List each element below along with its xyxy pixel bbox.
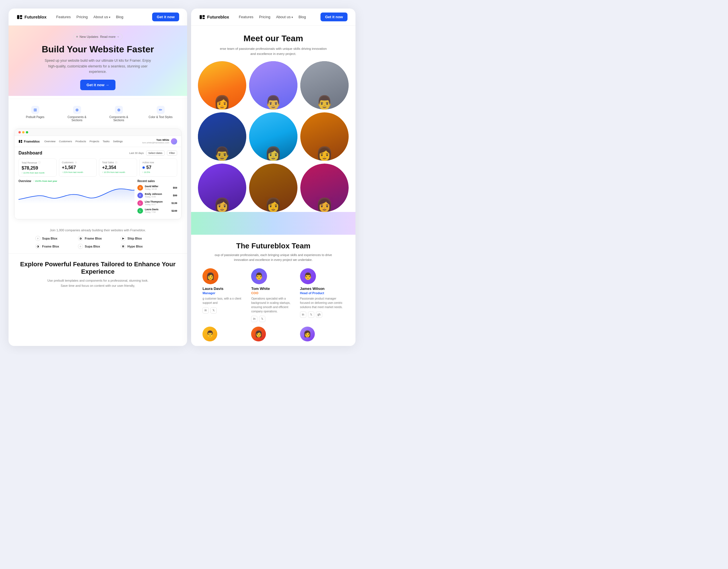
dashboard-titlebar bbox=[15, 129, 181, 136]
stat-active-change: ↑ 10.5% bbox=[142, 171, 174, 173]
member-socials-2: in 𝕏 gh bbox=[300, 312, 344, 318]
right-nav-about[interactable]: About us bbox=[276, 15, 293, 19]
team-section-subtitle: oup of passionate professionals, each br… bbox=[211, 252, 336, 262]
dash-overview[interactable]: Overview bbox=[44, 140, 56, 143]
more-member-0: 👨 bbox=[202, 327, 247, 342]
components-icon-1: ⊕ bbox=[73, 106, 81, 114]
dash-settings[interactable]: Settings bbox=[113, 140, 123, 143]
social-twitter-1[interactable]: 𝕏 bbox=[259, 316, 265, 322]
stat-sales-change: ↑ 10.5% from last month bbox=[102, 171, 134, 173]
nav-features[interactable]: Features bbox=[56, 15, 71, 19]
dashboard-stats: Total Revenue ⓘ $78,259 ↑ 10.5% from las… bbox=[18, 158, 177, 177]
traffic-yellow bbox=[22, 131, 24, 133]
member-role-0: Manager bbox=[202, 291, 247, 295]
sale-name-3: Laura Davis bbox=[145, 208, 158, 211]
feature-prebuilt: ⊞ Prebuilt Pages bbox=[14, 103, 56, 124]
social-linkedin-0[interactable]: in bbox=[202, 307, 209, 314]
social-twitter-2[interactable]: 𝕏 bbox=[308, 312, 314, 318]
traffic-green bbox=[26, 131, 28, 133]
sale-name-1: Emily Johnson bbox=[145, 192, 162, 195]
dashboard-nav: Frameblox Overview Customers Products Pr… bbox=[15, 136, 181, 147]
sale-row-2: L Lisa Thompson Today, 8:17 $139 bbox=[137, 200, 177, 206]
logo-2: ▶ Ship Blox bbox=[121, 236, 160, 241]
team-photo-8: 👩 bbox=[249, 163, 297, 212]
left-navbar: Futureblox Features Pricing About us Blo… bbox=[9, 9, 187, 26]
svg-rect-1 bbox=[20, 15, 22, 17]
dash-user-name: Tom White bbox=[142, 138, 169, 141]
member-role-2: Head of Product bbox=[300, 291, 344, 295]
team-photo-3: 👨 bbox=[300, 61, 349, 109]
team-photo-4: 👨 bbox=[198, 112, 246, 161]
hero-section: New Updates Read more → Build Your Websi… bbox=[9, 26, 187, 96]
dashboard-recent-sales: Recent sales D David Miller Today, 10:24… bbox=[137, 179, 177, 216]
explore-subtitle: Use prebuilt templates and components fo… bbox=[44, 278, 152, 288]
nav-blog[interactable]: Blog bbox=[116, 15, 123, 19]
member-name-1: Tom White bbox=[251, 287, 295, 291]
team-photos-grid: 👩 👨 👨 👨 bbox=[198, 61, 349, 212]
dashboard-filter-btn[interactable]: Filter bbox=[167, 150, 177, 156]
right-nav-features[interactable]: Features bbox=[239, 15, 253, 19]
svg-rect-2 bbox=[20, 18, 22, 19]
nav-pricing[interactable]: Pricing bbox=[76, 15, 88, 19]
stat-active-value: 57 bbox=[142, 165, 174, 170]
dashboard-dates-btn[interactable]: Select dates bbox=[146, 150, 165, 156]
left-cta-button[interactable]: Get it now bbox=[152, 13, 179, 21]
dash-nav-links: Overview Customers Products Projects Tas… bbox=[44, 140, 138, 143]
badge-dot bbox=[76, 36, 78, 38]
stat-customers-change: ↑ 21% from last month bbox=[62, 171, 94, 173]
right-nav-links: Features Pricing About us Blog bbox=[239, 15, 314, 19]
more-member-1: 👩 bbox=[251, 327, 295, 342]
logo-4: ○ Supa Blox bbox=[78, 244, 118, 249]
left-brand: Futureblox bbox=[16, 14, 47, 20]
traffic-red bbox=[18, 131, 21, 133]
right-cta-button[interactable]: Get it now bbox=[320, 13, 348, 21]
sale-date-3: Today, 7:50 bbox=[145, 211, 158, 213]
badge-link[interactable]: Read more → bbox=[100, 35, 119, 38]
prebuilt-icon: ⊞ bbox=[31, 106, 39, 114]
sale-date-1: Today, 9:49 bbox=[145, 195, 162, 198]
social-github-2[interactable]: gh bbox=[316, 312, 322, 318]
sale-amount-0: $59 bbox=[173, 186, 177, 189]
social-twitter-0[interactable]: 𝕏 bbox=[210, 307, 217, 314]
right-hero-section: Meet our Team erse team of passionate pr… bbox=[191, 26, 355, 61]
social-linkedin-1[interactable]: in bbox=[251, 316, 257, 322]
dash-projects[interactable]: Projects bbox=[90, 140, 99, 143]
sale-date-0: Today, 10:24 bbox=[145, 188, 158, 190]
sale-avatar-1: E bbox=[137, 192, 143, 198]
sale-name-2: Lisa Thompson bbox=[145, 200, 163, 203]
svg-rect-8 bbox=[202, 18, 205, 19]
sale-info-0: David Miller Today, 10:24 bbox=[145, 185, 158, 190]
right-brand: Futureblox bbox=[199, 14, 229, 20]
team-member-2: 👨 James Wilson Head of Product Passionat… bbox=[300, 268, 344, 322]
sale-name-0: David Miller bbox=[145, 185, 158, 188]
explore-section: Explore Powerful Features Tailored to En… bbox=[9, 254, 187, 294]
stat-revenue-value: $78,259 bbox=[22, 165, 53, 171]
stat-sales: Total Sales ⊡ +2,354 ↑ 10.5% from last m… bbox=[99, 158, 137, 177]
team-photo-7: 👩 bbox=[198, 163, 246, 212]
dash-products[interactable]: Products bbox=[75, 140, 86, 143]
nav-about[interactable]: About us bbox=[94, 15, 110, 19]
sale-info-1: Emily Johnson Today, 9:49 bbox=[145, 192, 162, 198]
team-section-title: The Futureblox Team bbox=[202, 241, 344, 250]
social-linkedin-2[interactable]: in bbox=[300, 312, 306, 318]
dashboard-user: Tom White tom.white@frameblox.com bbox=[142, 138, 177, 144]
chart-trend: ↑ 23.5% from last year bbox=[33, 180, 57, 182]
team-photo-5: 👩 bbox=[249, 112, 297, 161]
stat-sales-label: Total Sales ⊡ bbox=[102, 161, 134, 164]
right-hero-subtitle: erse team of passionate professionals wi… bbox=[219, 46, 327, 57]
recent-sales-title: Recent sales bbox=[137, 179, 177, 183]
right-navbar: Futureblox Features Pricing About us Blo… bbox=[191, 9, 355, 26]
team-photos-section: 👩 👨 👨 👨 bbox=[191, 61, 355, 212]
member-bio-1: Operations specialist with a background … bbox=[251, 297, 295, 314]
hero-cta-button[interactable]: Get it now → bbox=[80, 80, 115, 90]
member-role-1: COO bbox=[251, 291, 295, 295]
right-nav-pricing[interactable]: Pricing bbox=[259, 15, 270, 19]
feature-label-0: Prebuilt Pages bbox=[26, 115, 44, 119]
feature-components-2: ⊕ Components & Sections bbox=[98, 103, 140, 124]
join-section: Join 1,000 companies already building th… bbox=[9, 224, 187, 253]
dash-customers[interactable]: Customers bbox=[59, 140, 72, 143]
svg-rect-4 bbox=[21, 140, 22, 141]
right-nav-blog[interactable]: Blog bbox=[299, 15, 306, 19]
dash-tasks[interactable]: Tasks bbox=[103, 140, 109, 143]
team-photo-6: 👩 bbox=[300, 112, 349, 161]
